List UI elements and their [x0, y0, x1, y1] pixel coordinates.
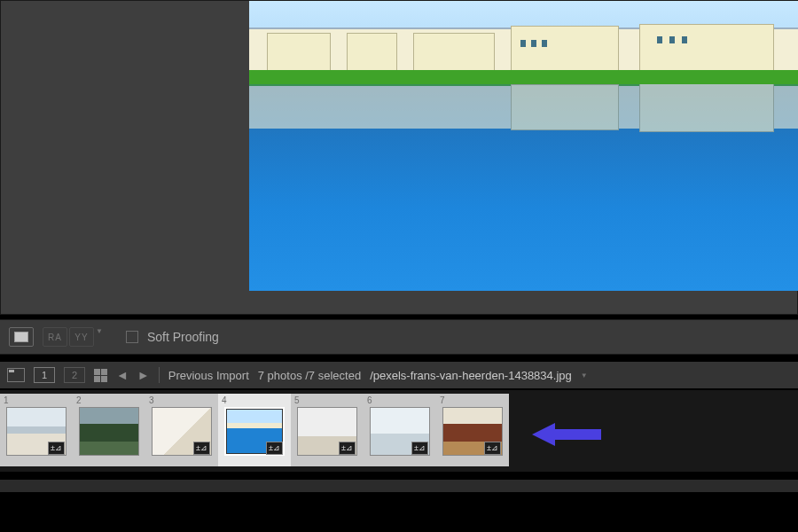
second-window-button[interactable]: 2 — [64, 367, 85, 383]
view-mode-single[interactable] — [9, 327, 34, 347]
develop-badge-icon: ±⊿ — [339, 442, 356, 455]
chevron-down-icon[interactable]: ▼ — [96, 327, 103, 347]
source-label[interactable]: Previous Import — [168, 369, 249, 382]
thumbnail[interactable]: 1±⊿ — [0, 394, 73, 466]
develop-badge-icon: ±⊿ — [266, 442, 283, 455]
filmstrip[interactable]: 1±⊿ 2 3±⊿ 4±⊿ 5±⊿ 6±⊿ 7±⊿ — [0, 390, 798, 472]
divider — [159, 367, 160, 383]
thumbnail[interactable]: 2 — [73, 394, 145, 466]
compare-before-after-yy[interactable]: YY — [69, 327, 94, 347]
thumbnail[interactable]: 3±⊿ — [145, 394, 218, 466]
develop-badge-icon: ±⊿ — [193, 442, 210, 455]
chevron-down-icon[interactable]: ▼ — [581, 372, 588, 379]
develop-badge-icon: ±⊿ — [484, 442, 501, 455]
bottom-bar — [0, 479, 798, 492]
loupe-photo — [249, 1, 798, 291]
selection-count: 7 photos /7 selected — [258, 369, 361, 382]
thumbnail[interactable]: 6±⊿ — [364, 394, 436, 466]
compare-before-after-ra[interactable]: RA — [43, 327, 67, 347]
grid-view-icon[interactable] — [94, 369, 107, 382]
soft-proofing-label: Soft Proofing — [147, 330, 219, 344]
loupe-toolbar: RA YY ▼ Soft Proofing — [0, 319, 798, 355]
svg-marker-0 — [532, 423, 601, 446]
soft-proofing-checkbox[interactable] — [126, 331, 138, 343]
main-window-button[interactable]: 1 — [34, 367, 55, 383]
nav-back-icon[interactable]: ◄ — [116, 368, 129, 382]
nav-forward-icon[interactable]: ► — [137, 368, 150, 382]
thumbnail-selected[interactable]: 4±⊿ — [218, 394, 291, 466]
thumbnail[interactable]: 7±⊿ — [436, 394, 509, 466]
develop-badge-icon: ±⊿ — [48, 442, 65, 455]
develop-badge-icon: ±⊿ — [411, 442, 428, 455]
thumbnail[interactable]: 5±⊿ — [291, 394, 364, 466]
loupe-canvas[interactable] — [0, 0, 798, 315]
second-window-icon[interactable] — [7, 368, 25, 382]
divider — [0, 355, 798, 362]
filmstrip-header: 1 2 ◄ ► Previous Import 7 photos /7 sele… — [0, 362, 798, 388]
annotation-arrow-icon — [532, 421, 601, 448]
current-filename[interactable]: /pexels-frans-van-heerden-1438834.jpg — [370, 369, 572, 382]
